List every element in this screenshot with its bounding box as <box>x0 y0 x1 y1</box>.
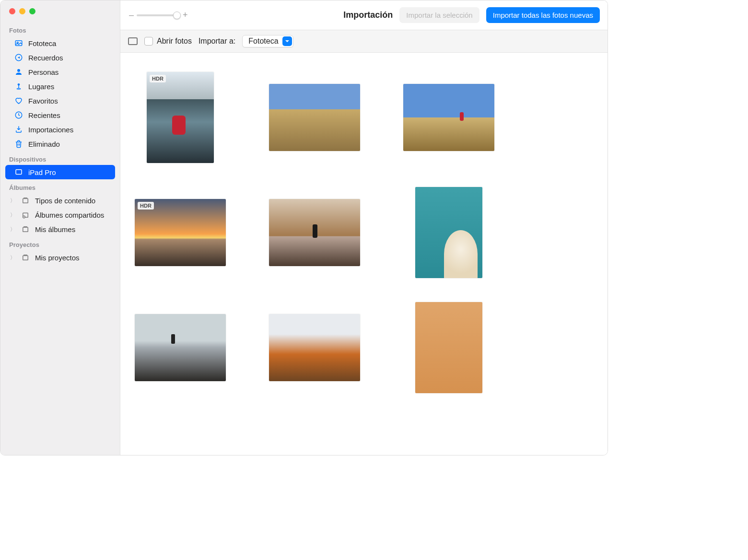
svg-rect-9 <box>23 198 28 203</box>
thumbnail[interactable]: HDR <box>135 72 226 163</box>
thumbnail[interactable]: HDR <box>135 187 226 278</box>
main-content: – + Importación Importar la selección Im… <box>120 0 608 455</box>
sidebar-item-label: Importaciones <box>28 126 73 134</box>
chevron-right-icon[interactable]: 〉 <box>10 211 15 219</box>
sidebar-item-eliminado[interactable]: Eliminado <box>5 137 115 151</box>
photos-window: Fotos Fototeca Recuerdos Personas Lugare… <box>0 0 608 455</box>
sidebar-item-albumes-compartidos[interactable]: 〉 Álbumes compartidos <box>5 208 115 222</box>
open-photos-checkbox-label[interactable]: Abrir fotos <box>144 37 192 46</box>
sidebar-item-label: Mis proyectos <box>35 254 80 262</box>
shared-album-icon <box>21 210 30 219</box>
svg-point-3 <box>17 69 20 72</box>
zoom-slider[interactable] <box>137 14 180 16</box>
zoom-in-button[interactable]: + <box>183 10 188 20</box>
import-selection-button[interactable]: Importar la selección <box>399 7 479 23</box>
sidebar-item-label: Mis álbumes <box>35 225 75 233</box>
window-controls <box>0 0 120 22</box>
sidebar-item-favoritos[interactable]: Favoritos <box>5 93 115 108</box>
thumbnail[interactable] <box>403 72 494 163</box>
minimize-window-button[interactable] <box>19 8 25 14</box>
import-options-bar: Abrir fotos Importar a: Fototeca <box>120 30 608 53</box>
sidebar-item-mis-albumes[interactable]: 〉 Mis álbumes <box>5 222 115 236</box>
tablet-icon <box>14 168 23 176</box>
sidebar-header-fotos: Fotos <box>0 22 120 36</box>
album-icon <box>21 253 30 262</box>
thumbnail[interactable] <box>403 187 494 278</box>
sidebar-item-label: Lugares <box>28 82 54 91</box>
open-photos-checkbox[interactable] <box>144 37 153 46</box>
chevron-down-icon <box>282 36 292 46</box>
memories-icon <box>14 53 23 62</box>
sidebar-item-importaciones[interactable]: Importaciones <box>5 122 115 137</box>
svg-point-6 <box>17 88 21 89</box>
sidebar-item-lugares[interactable]: Lugares <box>5 79 115 93</box>
sidebar-item-fototeca[interactable]: Fototeca <box>5 36 115 50</box>
album-icon <box>21 196 30 205</box>
svg-point-11 <box>23 216 25 218</box>
sidebar-item-label: Fototeca <box>28 39 56 47</box>
sidebar-item-personas[interactable]: Personas <box>5 65 115 79</box>
import-to-label: Importar a: <box>199 37 235 46</box>
page-title: Importación <box>343 10 393 20</box>
hdr-badge: HDR <box>138 202 154 210</box>
thumbnail[interactable] <box>403 302 494 393</box>
sidebar-item-tipos-contenido[interactable]: 〉 Tipos de contenido <box>5 193 115 208</box>
clock-icon <box>14 111 23 119</box>
sidebar-item-label: iPad Pro <box>28 168 56 176</box>
hdr-badge: HDR <box>150 75 166 82</box>
zoom-out-button[interactable]: – <box>129 10 134 20</box>
thumbnail-grid: HDR HDR <box>120 53 608 455</box>
close-window-button[interactable] <box>9 8 15 14</box>
places-icon <box>14 82 23 91</box>
sidebar-header-albumes: Álbumes <box>0 179 120 193</box>
sidebar-item-ipad-pro[interactable]: iPad Pro <box>5 165 115 179</box>
sidebar: Fotos Fototeca Recuerdos Personas Lugare… <box>0 0 120 455</box>
toolbar: – + Importación Importar la selección Im… <box>120 0 608 30</box>
sidebar-item-recuerdos[interactable]: Recuerdos <box>5 50 115 65</box>
zoom-slider-knob[interactable] <box>173 12 181 19</box>
svg-rect-13 <box>23 256 28 260</box>
sidebar-item-recientes[interactable]: Recientes <box>5 108 115 122</box>
chevron-right-icon[interactable]: 〉 <box>10 226 15 233</box>
import-to-value: Fototeca <box>248 37 278 46</box>
thumbnail[interactable] <box>269 72 360 163</box>
sidebar-item-label: Personas <box>28 68 58 76</box>
import-to-dropdown[interactable]: Fototeca <box>242 35 293 47</box>
svg-rect-12 <box>23 227 28 232</box>
sidebar-item-mis-proyectos[interactable]: 〉 Mis proyectos <box>5 250 115 265</box>
sidebar-item-label: Recientes <box>28 111 60 119</box>
heart-icon <box>14 96 23 105</box>
thumbnail[interactable] <box>269 302 360 393</box>
zoom-control: – + <box>129 10 188 20</box>
import-icon <box>14 125 23 134</box>
people-icon <box>14 68 23 76</box>
chevron-right-icon[interactable]: 〉 <box>10 254 15 261</box>
sidebar-item-label: Álbumes compartidos <box>35 211 104 219</box>
photo-library-icon <box>14 39 23 47</box>
sidebar-header-dispositivos: Dispositivos <box>0 151 120 165</box>
trash-icon <box>14 140 23 148</box>
thumbnail[interactable] <box>269 187 360 278</box>
svg-rect-5 <box>18 85 19 89</box>
maximize-window-button[interactable] <box>29 8 35 14</box>
sidebar-item-label: Favoritos <box>28 97 58 105</box>
svg-rect-8 <box>16 170 22 175</box>
sidebar-item-label: Recuerdos <box>28 54 63 62</box>
open-photos-label: Abrir fotos <box>157 37 192 46</box>
sidebar-header-proyectos: Proyectos <box>0 236 120 250</box>
selection-frame-icon[interactable] <box>128 37 138 45</box>
album-icon <box>21 225 30 233</box>
sidebar-item-label: Tipos de contenido <box>35 197 95 205</box>
sidebar-item-label: Eliminado <box>28 140 60 148</box>
chevron-right-icon[interactable]: 〉 <box>10 197 15 204</box>
import-all-button[interactable]: Importar todas las fotos nuevas <box>486 7 600 23</box>
thumbnail[interactable] <box>135 302 226 393</box>
